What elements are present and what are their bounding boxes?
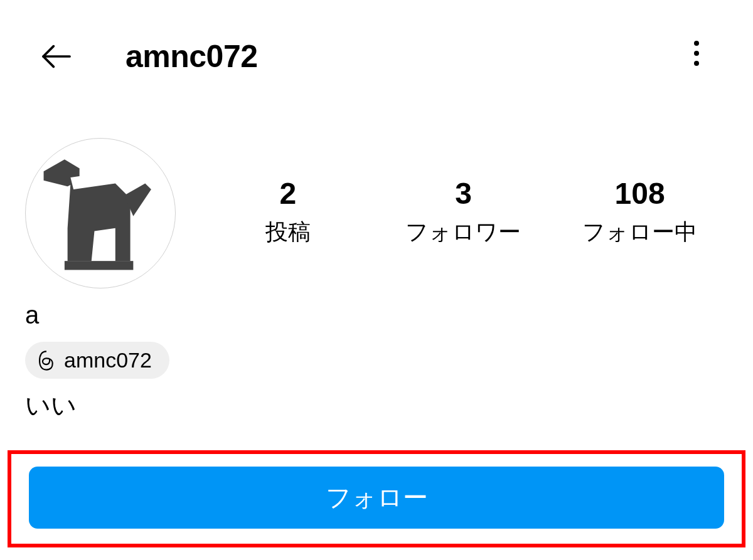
dot-icon <box>694 61 699 66</box>
avatar[interactable] <box>25 138 176 288</box>
profile-section: 2 投稿 3 フォロワー 108 フォロー中 <box>0 100 753 288</box>
display-name: a <box>25 301 728 329</box>
profile-header: amnc072 <box>0 0 753 100</box>
profile-stats: 2 投稿 3 フォロワー 108 フォロー中 <box>201 138 728 248</box>
threads-username: amnc072 <box>64 348 152 372</box>
dot-icon <box>694 51 699 56</box>
back-arrow-icon <box>39 39 74 74</box>
page-title: amnc072 <box>125 38 258 75</box>
more-options-button[interactable] <box>684 34 709 72</box>
stat-following-label: フォロー中 <box>582 217 697 248</box>
stat-posts-count: 2 <box>232 176 344 212</box>
stat-posts-label: 投稿 <box>232 217 344 248</box>
bio-section: a amnc072 いい <box>0 288 753 423</box>
stat-followers-count: 3 <box>405 176 521 212</box>
threads-badge[interactable]: amnc072 <box>25 342 169 379</box>
stat-posts[interactable]: 2 投稿 <box>232 176 344 248</box>
threads-icon <box>36 351 56 371</box>
stat-followers[interactable]: 3 フォロワー <box>405 176 521 248</box>
stat-following-count: 108 <box>582 176 697 212</box>
avatar-dog-icon <box>26 138 175 288</box>
stat-followers-label: フォロワー <box>405 217 521 248</box>
follow-highlight-box: フォロー <box>8 450 745 547</box>
back-button[interactable] <box>38 38 75 75</box>
svg-rect-1 <box>65 261 133 270</box>
dot-icon <box>694 41 699 46</box>
bio-text: いい <box>25 388 728 423</box>
stat-following[interactable]: 108 フォロー中 <box>582 176 697 248</box>
follow-button[interactable]: フォロー <box>29 467 724 529</box>
